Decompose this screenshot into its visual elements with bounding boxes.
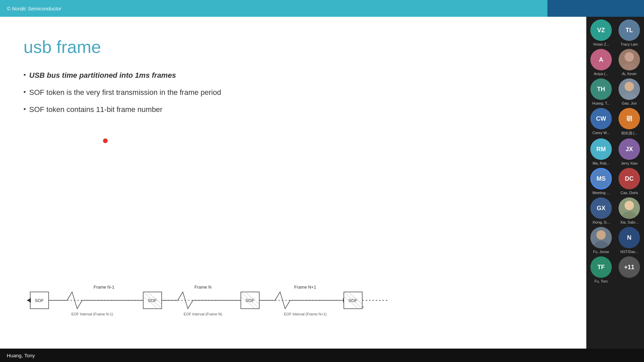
participants-row-2: A Aniya (... Ai, Kevin <box>588 49 642 76</box>
participant-nst[interactable]: N NST/Dav... <box>616 227 642 254</box>
svg-text:SOF: SOF <box>348 298 358 303</box>
svg-text:Frame N+1: Frame N+1 <box>294 285 316 290</box>
participant-dc[interactable]: DC Cao, Doris <box>616 168 642 195</box>
participant-gaojun[interactable]: Gao, Jun <box>616 78 642 105</box>
participant-futom[interactable]: TF Fu, Tom <box>588 256 614 283</box>
bullet-dot-1: • <box>23 71 26 79</box>
avatar-aniya: A <box>590 49 612 70</box>
svg-text:Frame N-1: Frame N-1 <box>94 285 114 290</box>
name-nst: NST/Dav... <box>616 250 642 254</box>
participant-tl[interactable]: TL Tracy Lam <box>616 19 642 46</box>
avatar-xia <box>619 197 640 219</box>
cursor-dot <box>103 138 108 143</box>
svg-text:SOF: SOF <box>246 298 255 303</box>
participant-jx[interactable]: JX Jerry Xiao <box>616 138 642 165</box>
svg-marker-9 <box>27 298 31 303</box>
slide-area: usb frame • USB bus time partitioned int… <box>0 17 586 349</box>
bottom-bar: Huang, Tony <box>0 349 644 362</box>
diagram-area: SOF EOF Interval (Frame N-1) Frame N-1 <box>23 274 580 328</box>
svg-text:SOF: SOF <box>35 298 44 303</box>
avatar-futom: TF <box>590 256 612 278</box>
participants-row-6: MS Meeting ... DC Cao, Doris <box>588 168 642 195</box>
name-xia: Xia, Sabr... <box>616 220 642 224</box>
bullet-dot-2: • <box>23 88 26 96</box>
svg-point-44 <box>625 52 634 62</box>
participants-row-8: Fu, Jesse N NST/Dav... <box>588 227 642 254</box>
name-hu: 胡长国 (... <box>616 131 642 136</box>
participants-panel: VZ Vivian Z... TL Tracy Lam A Aniya (...… <box>586 17 644 349</box>
avatar-cw: CW <box>590 108 612 129</box>
participant-aniya[interactable]: A Aniya (... <box>588 49 614 76</box>
frame-diagram: SOF EOF Interval (Frame N-1) Frame N-1 <box>23 274 392 327</box>
svg-point-50 <box>596 230 606 240</box>
top-bar: © Nordic Semiconductor <box>0 0 644 17</box>
avatar-gaojun <box>619 78 640 100</box>
participants-row-4: CW Carey W... 胡 胡长国 (... <box>588 108 642 136</box>
more-count-badge: +11 <box>619 256 640 278</box>
participants-row-9: TF Fu, Tom +11 <box>588 256 642 283</box>
participants-row-3: TH Huang, T... Gao, Jun <box>588 78 642 105</box>
avatar-kevin <box>619 49 640 70</box>
svg-point-51 <box>594 241 608 248</box>
participant-fujesse[interactable]: Fu, Jesse <box>588 227 614 254</box>
svg-point-49 <box>622 212 637 219</box>
avatar-gx: GX <box>590 197 612 219</box>
svg-text:EOF Interval (Frame N): EOF Interval (Frame N) <box>184 312 222 316</box>
avatar-fujesse <box>590 227 612 248</box>
speaker-name: Huang, Tony <box>7 353 35 358</box>
participant-xia[interactable]: Xia, Sabr... <box>616 197 642 224</box>
slide-title: usb frame <box>23 37 563 57</box>
participants-row-7: GX Xiong, G... Xia, Sabr... <box>588 197 642 224</box>
name-aniya: Aniya (... <box>588 72 614 76</box>
avatar-dc: DC <box>619 168 640 189</box>
name-ms: Meeting ... <box>588 191 614 195</box>
participant-hu[interactable]: 胡 胡长国 (... <box>616 108 642 136</box>
svg-point-47 <box>622 93 637 100</box>
participant-cw[interactable]: CW Carey W... <box>588 108 614 136</box>
name-tl: Tracy Lam <box>616 42 642 46</box>
svg-point-45 <box>622 63 637 70</box>
bullet-text-1: USB bus time partitioned into 1ms frames <box>29 70 176 81</box>
bullet-dot-3: • <box>23 105 26 113</box>
participant-more[interactable]: +11 <box>616 256 642 283</box>
participant-gx[interactable]: GX Xiong, G... <box>588 197 614 224</box>
bullet-3: • SOF token contains 11-bit frame number <box>23 105 563 115</box>
name-dc: Cao, Doris <box>616 191 642 195</box>
name-huang: Huang, T... <box>588 101 614 105</box>
name-vz: Vivian Z... <box>588 42 614 46</box>
participant-ms[interactable]: MS Meeting ... <box>588 168 614 195</box>
svg-text:SOF: SOF <box>148 298 157 303</box>
name-kevin: Ai, Kevin <box>616 72 642 76</box>
svg-point-48 <box>625 201 634 210</box>
avatar-rm: RM <box>590 138 612 160</box>
svg-text:EOF Interval (Frame N-1): EOF Interval (Frame N-1) <box>71 312 113 316</box>
name-cw: Carey W... <box>588 131 614 135</box>
bullet-text-2: SOF token is the very first transmission… <box>29 87 221 98</box>
participant-rm[interactable]: RM Ma, Rob... <box>588 138 614 165</box>
svg-text:Frame N: Frame N <box>195 285 212 290</box>
name-fujesse: Fu, Jesse <box>588 250 614 254</box>
name-futom: Fu, Tom <box>588 279 614 283</box>
svg-text:EOF Interval (Frame N+1): EOF Interval (Frame N+1) <box>284 312 326 316</box>
name-gx: Xiong, G... <box>588 220 614 224</box>
avatar-nst: N <box>619 227 640 248</box>
avatar-huang: TH <box>590 78 612 100</box>
participant-vz[interactable]: VZ Vivian Z... <box>588 19 614 46</box>
participant-huang[interactable]: TH Huang, T... <box>588 78 614 105</box>
svg-point-46 <box>625 82 634 91</box>
bullet-2: • SOF token is the very first transmissi… <box>23 87 563 98</box>
participants-row-5: RM Ma, Rob... JX Jerry Xiao <box>588 138 642 165</box>
participants-row-1: VZ Vivian Z... TL Tracy Lam <box>588 19 642 46</box>
avatar-vz: VZ <box>590 19 612 41</box>
avatar-tl: TL <box>619 19 640 41</box>
bullet-text-3: SOF token contains 11-bit frame number <box>29 105 162 115</box>
participant-kevin[interactable]: Ai, Kevin <box>616 49 642 76</box>
avatar-jx: JX <box>619 138 640 160</box>
name-gaojun: Gao, Jun <box>616 101 642 105</box>
main-area: usb frame • USB bus time partitioned int… <box>0 17 644 349</box>
nordic-copyright: © Nordic Semiconductor <box>7 6 61 11</box>
avatar-ms: MS <box>590 168 612 189</box>
name-jx: Jerry Xiao <box>616 161 642 165</box>
name-rm: Ma, Rob... <box>588 161 614 165</box>
bullet-1: • USB bus time partitioned into 1ms fram… <box>23 70 563 81</box>
